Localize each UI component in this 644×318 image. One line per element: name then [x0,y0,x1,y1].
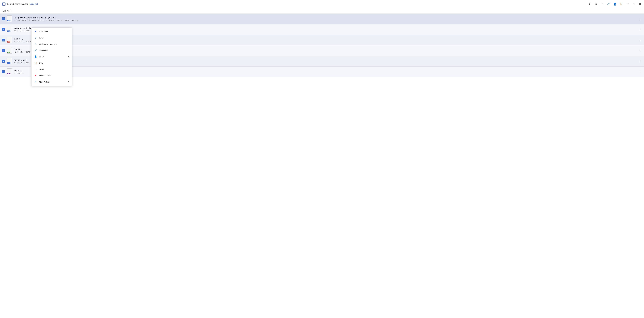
file-checkbox-1[interactable] [2,18,5,20]
file-checkbox-4[interactable] [2,49,5,52]
file-info-1: Assignment of intellectual property righ… [14,17,637,21]
file-info-3: File_A_… v1 | #4,5… | 2.74 MB | ⊞ Rivers… [14,38,637,42]
menu-item-print[interactable]: Print [32,35,72,41]
menu-item-add-favorites[interactable]: Add to My Favorites [32,41,72,47]
file-icon-5: DOC [7,58,12,65]
more-button-1[interactable]: ⋮ [638,17,642,21]
file-meta-5: v1 | #4,5… | 55.0 KB | ⊞ Riverside Corp. [14,62,637,64]
menu-label-copy-link: Copy Link [39,49,70,52]
file-info-2: Assign…rty rights.doc v2 | #4,5… | 248.0… [14,27,637,32]
toolbar-link-icon[interactable] [607,2,610,6]
file-checkbox-5[interactable] [2,60,5,63]
trash-icon [34,74,37,77]
more-button-4[interactable]: ⋮ [638,49,642,53]
file-list: DOC Assignment of intellectual property … [0,14,644,77]
toolbar: 10 of 18 items selected Deselect [0,0,644,8]
file-item: DOC Assignment of intellectual property … [0,14,644,24]
file-meta-6: v1 | #4,5… [14,72,637,74]
print-icon [34,36,37,40]
more-button-6[interactable]: ⋮ [638,70,642,74]
file-icon-6: PNG [7,69,12,75]
menu-label-move-trash: Move to Trash [39,75,70,77]
file-badge-3: PDF [7,41,10,43]
file-badge-2: DOC [7,31,10,32]
star-icon [34,42,37,46]
menu-label-move: Move [39,68,70,70]
file-item: PDF File_A_… v1 | #4,5… | 2.74 MB | ⊞ Ri… [0,35,644,45]
more-button-2[interactable]: ⋮ [638,28,642,31]
file-name-3[interactable]: File_A_… [14,38,637,40]
menu-label-print: Print [39,37,70,39]
file-meta-1: v1 | #4,506,520 | SERVICE_REFILE | 29/9/… [14,19,637,21]
file-icon-4: XLS [7,47,12,54]
file-badge-1: DOC [7,20,10,21]
section-header: Last week [0,8,644,14]
file-name-4[interactable]: World… [14,48,637,51]
file-info-6: Parent… v1 | #4,5… [14,70,637,74]
file-checkbox-6[interactable] [2,70,5,73]
more-button-5[interactable]: ⋮ [638,59,642,63]
file-meta-3: v1 | #4,5… | 2.74 MB | ⊞ Riverside Corp. [14,41,637,42]
file-icon-1: DOC [7,16,12,22]
move-icon [34,68,37,71]
file-meta-4: v1 | #4,5… | 287.3 KB | ⊞ Riverside Corp… [14,51,637,53]
file-checkbox-2[interactable] [2,28,5,31]
menu-item-copy[interactable]: Copy [32,60,72,66]
file-item: XLS World… v1 | #4,5… | 287.3 KB | ⊞ Riv… [0,45,644,56]
file-name-6[interactable]: Parent… [14,70,637,72]
toolbar-copy-icon[interactable] [620,2,623,6]
toolbar-list-icon[interactable] [638,2,642,6]
toolbar-share-icon[interactable] [613,2,616,6]
menu-item-share[interactable]: Share ▶ [32,54,72,60]
file-badge-4: XLS [7,52,10,53]
file-icon-3: PDF [7,37,12,44]
menu-label-copy: Copy [39,62,70,64]
link-icon [34,49,37,52]
file-name-1[interactable]: Assignment of intellectual property righ… [14,17,637,19]
file-item: DOC Comm….ocx v1 | #4,5… | 55.0 KB | ⊞ R… [0,56,644,67]
file-icon-2: DOC [7,26,12,33]
toolbar-move-icon[interactable] [626,2,629,6]
menu-item-download[interactable]: Download [32,29,72,35]
selection-count: 10 of 18 items selected [7,3,28,5]
file-item: PNG Parent… v1 | #4,5… ⋮ [0,67,644,77]
file-info-4: World… v1 | #4,5… | 287.3 KB | ⊞ Riversi… [14,48,637,53]
menu-item-move-trash[interactable]: Move to Trash [32,72,72,77]
file-badge-5: DOC [7,62,10,64]
deselect-checkbox-icon[interactable] [2,3,6,6]
download-icon [34,30,37,33]
share-icon [34,55,37,58]
menu-label-add-favorites: Add to My Favorites [39,43,70,45]
section-label: Last week [2,10,12,12]
toolbar-download-icon[interactable] [588,2,592,6]
menu-item-move[interactable]: Move [32,66,72,72]
context-menu: Download Print Add to My Favorites Copy … [32,28,72,77]
share-submenu-arrow: ▶ [68,56,70,58]
toolbar-print-icon[interactable] [594,2,598,6]
toolbar-right [588,2,642,6]
menu-item-copy-link[interactable]: Copy Link [32,47,72,54]
more-button-3[interactable]: ⋮ [638,38,642,42]
toolbar-left: 10 of 18 items selected Deselect [2,3,588,6]
file-meta-2: v2 | #4,5… | 248.0 KB | ⊞ Riverside Corp… [14,30,637,32]
file-item: DOC Assign…rty rights.doc v2 | #4,5… | 2… [0,24,644,35]
file-info-5: Comm….ocx v1 | #4,5… | 55.0 KB | ⊞ River… [14,59,637,64]
toolbar-close-icon[interactable] [632,2,635,6]
menu-label-share: Share [39,56,68,58]
toolbar-star-icon[interactable] [600,2,604,6]
deselect-link[interactable]: Deselect [30,3,38,5]
file-checkbox-3[interactable] [2,39,5,42]
copy-icon [34,61,37,65]
file-name-5[interactable]: Comm….ocx [14,59,637,61]
file-badge-6: PNG [7,73,10,74]
menu-label-download: Download [39,31,70,33]
file-name-2[interactable]: Assign…rty rights.doc [14,27,637,30]
